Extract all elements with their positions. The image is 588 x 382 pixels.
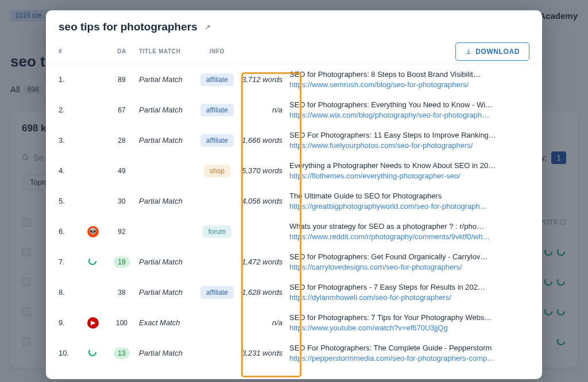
svg-point-10 — [89, 349, 96, 356]
title-match: Partial Match — [139, 75, 196, 84]
table-row[interactable]: 9.▶100Exact Matchn/aSEO for Photographer… — [46, 307, 542, 338]
title-match: Partial Match — [139, 197, 196, 205]
result-cell: Whats your strategy for SEO as a photogr… — [289, 222, 529, 241]
result-title: SEO For Photographers: The Complete Guid… — [289, 344, 529, 352]
result-url[interactable]: https://carrylovedesigns.com/seo-for-pho… — [289, 263, 529, 271]
info-badge: affiliate — [196, 134, 238, 147]
col-header-match: TITLE MATCH — [139, 48, 196, 54]
da-value: 100 — [105, 317, 139, 329]
table-row[interactable]: 5.30Partial Match4,056 wordsThe Ultimate… — [46, 186, 542, 216]
row-number: 8. — [59, 288, 87, 297]
result-cell: SEO for Photographers: Get Found Organic… — [289, 252, 529, 271]
info-badge: forum — [196, 225, 238, 238]
result-url[interactable]: https://dylanmhowell.com/seo-for-photogr… — [289, 293, 529, 302]
table-row[interactable]: 4.49shop5,370 wordsEverything a Photogra… — [46, 155, 542, 186]
da-value: 13 — [105, 348, 139, 359]
download-button[interactable]: DOWNLOAD — [455, 42, 529, 61]
result-cell: SEO For Photographers: 11 Easy Steps to … — [289, 131, 529, 150]
result-title: SEO For Photographers: 11 Easy Steps to … — [289, 131, 529, 139]
row-number: 10. — [59, 349, 87, 357]
result-cell: SEO for Photographers: 7 Tips for Your P… — [289, 313, 529, 332]
youtube-icon: ▶ — [87, 317, 105, 329]
external-link-icon[interactable]: ↗ — [204, 23, 211, 32]
result-cell: SEO for Photographers - 7 Easy Steps for… — [289, 283, 529, 302]
word-count: 5,370 words — [238, 166, 289, 175]
modal-title: seo tips for photographers — [59, 21, 198, 33]
word-count: n/a — [238, 106, 289, 114]
table-row[interactable]: 1.89Partial Matchaffiliate3,712 wordsSEO… — [46, 64, 542, 95]
result-url[interactable]: https://www.reddit.com/r/photography/com… — [289, 232, 529, 241]
table-row[interactable]: 2.67Partial Matchaffiliaten/aSEO for Pho… — [46, 95, 542, 125]
result-cell: SEO for Photographers: 8 Steps to Boost … — [289, 70, 529, 89]
result-url[interactable]: https://greatbigphotographyworld.com/seo… — [289, 202, 529, 211]
info-badge: affiliate — [196, 286, 238, 299]
da-value: 19 — [105, 256, 139, 268]
table-row[interactable]: 10.13Partial Match3,231 wordsSEO For Pho… — [46, 338, 542, 368]
result-title: SEO for Photographers: 7 Tips for Your P… — [289, 313, 529, 322]
table-row[interactable]: 7.19Partial Match1,472 wordsSEO for Phot… — [46, 247, 542, 277]
title-match: Exact Match — [139, 318, 196, 327]
row-number: 9. — [59, 318, 87, 327]
title-match: Partial Match — [139, 258, 196, 266]
result-url[interactable]: https://www.fuelyourphotos.com/seo-for-p… — [289, 141, 529, 150]
word-count: 1,472 words — [238, 258, 289, 266]
word-count: 3,712 words — [238, 75, 289, 84]
col-header-da: DA — [105, 48, 139, 54]
result-title: SEO for Photographers - 7 Easy Steps for… — [289, 283, 529, 291]
result-cell: SEO For Photographers: The Complete Guid… — [289, 344, 529, 362]
result-cell: The Ultimate Guide to SEO for Photograph… — [289, 192, 529, 211]
result-title: Whats your strategy for SEO as a photogr… — [289, 222, 529, 231]
table-row[interactable]: 6.👽92forumWhats your strategy for SEO as… — [46, 216, 542, 247]
result-title: SEO for Photographers: Get Found Organic… — [289, 252, 529, 261]
title-match: Partial Match — [139, 106, 196, 114]
info-badge: shop — [196, 165, 238, 177]
result-title: SEO for Photographers: Everything You Ne… — [289, 100, 529, 109]
word-count: 3,231 words — [238, 349, 289, 357]
da-value: 30 — [105, 196, 139, 207]
row-number: 4. — [59, 166, 87, 175]
svg-point-9 — [89, 258, 96, 264]
result-cell: SEO for Photographers: Everything You Ne… — [289, 100, 529, 119]
word-count: 1,628 words — [238, 288, 289, 297]
info-badge: affiliate — [196, 73, 238, 86]
table-row[interactable]: 3.28Partial Matchaffiliate1,666 wordsSEO… — [46, 125, 542, 155]
word-count: 4,056 words — [238, 197, 289, 205]
table-header: # DA TITLE MATCH INFO DOWNLOAD — [46, 41, 542, 64]
da-value: 38 — [105, 287, 139, 298]
brand-ring-icon — [87, 256, 105, 268]
da-value: 89 — [105, 74, 139, 85]
row-number: 5. — [59, 197, 87, 205]
reddit-icon: 👽 — [87, 225, 105, 237]
row-number: 6. — [59, 227, 87, 236]
result-url[interactable]: https://www.wix.com/blog/photography/seo… — [289, 111, 529, 119]
word-count: n/a — [238, 318, 289, 327]
row-number: 7. — [59, 258, 87, 266]
result-url[interactable]: https://flothemes.com/everything-photogr… — [289, 171, 529, 180]
result-url[interactable]: https://www.semrush.com/blog/seo-for-pho… — [289, 80, 529, 89]
col-header-info: INFO — [196, 48, 238, 54]
da-value: 49 — [105, 165, 139, 177]
table-row[interactable]: 8.38Partial Matchaffiliate1,628 wordsSEO… — [46, 277, 542, 307]
title-match: Partial Match — [139, 288, 196, 297]
result-url[interactable]: https://pepperstormmedia.com/seo-for-pho… — [289, 354, 529, 362]
result-cell: Everything a Photographer Needs to Know … — [289, 161, 529, 180]
brand-ring-icon — [87, 347, 105, 360]
row-number: 1. — [59, 75, 87, 84]
col-header-num: # — [59, 48, 87, 54]
da-value: 28 — [105, 135, 139, 146]
row-number: 3. — [59, 136, 87, 145]
da-value: 67 — [105, 104, 139, 116]
serp-modal: seo tips for photographers ↗ # DA TITLE … — [46, 10, 542, 379]
da-value: 92 — [105, 226, 139, 237]
info-badge: affiliate — [196, 104, 238, 116]
word-count: 1,666 words — [238, 136, 289, 145]
result-title: The Ultimate Guide to SEO for Photograph… — [289, 192, 529, 200]
title-match: Partial Match — [139, 136, 196, 145]
row-number: 2. — [59, 106, 87, 114]
title-match: Partial Match — [139, 349, 196, 357]
table-body: 1.89Partial Matchaffiliate3,712 wordsSEO… — [46, 64, 542, 368]
result-title: SEO for Photographers: 8 Steps to Boost … — [289, 70, 529, 79]
result-title: Everything a Photographer Needs to Know … — [289, 161, 529, 170]
result-url[interactable]: https://www.youtube.com/watch?v=ef670U3j… — [289, 323, 529, 332]
